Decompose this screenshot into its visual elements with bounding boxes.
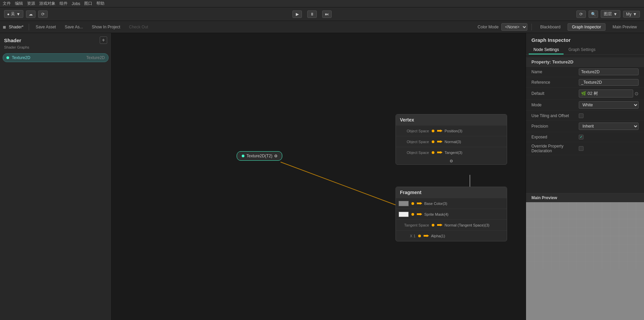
- main-preview-tab-button[interactable]: Main Preview: [608, 23, 641, 31]
- menu-item-jobs[interactable]: Jobs: [72, 1, 80, 6]
- vertex-connector-dot: [396, 158, 507, 164]
- row-name-0: Position(3): [445, 129, 462, 133]
- prop-checkbox-tiling[interactable]: [579, 113, 583, 118]
- color-mode-label: Color Mode: [478, 25, 499, 29]
- graph-inspector-tab-button[interactable]: Graph Inspector: [568, 23, 605, 31]
- layout-chevron: ▼: [633, 12, 637, 17]
- user-button[interactable]: ● 吴 ▼: [4, 10, 23, 18]
- fragment-row-spritemask: Sprite Mask(4): [396, 209, 507, 219]
- row-name-1: Normal(3): [445, 140, 461, 144]
- left-panel-header: Shader +: [0, 33, 111, 45]
- layers-chevron: ▼: [613, 12, 617, 17]
- history-button[interactable]: ⟳: [38, 10, 48, 18]
- prop-input-reference[interactable]: [579, 79, 639, 86]
- graph-settings-tab[interactable]: Graph Settings: [564, 46, 600, 54]
- graph-inspector-title: Graph Inspector: [526, 33, 644, 43]
- save-asset-button[interactable]: Save Asset: [32, 23, 59, 31]
- row-space-label-0: Object Space: [399, 129, 429, 133]
- step-button[interactable]: ⏭: [322, 10, 332, 18]
- shader-item-type: Texture2D: [86, 55, 105, 60]
- texture2d-node[interactable]: Texture2D(T2): [237, 151, 282, 161]
- shader-item-texture2d[interactable]: Texture2D Texture2D: [3, 53, 109, 62]
- frow-connector-0: [411, 202, 414, 205]
- asset-picker-button[interactable]: ⊙: [635, 91, 639, 96]
- row-space-label-1: Object Space: [399, 140, 429, 144]
- row-connector-1: [432, 140, 434, 143]
- titlebar-right: ⟳ 🔍 图层 ▼ My ▼: [576, 10, 640, 18]
- main-preview-canvas: [526, 202, 644, 320]
- menu-item-assets[interactable]: 资源: [27, 1, 35, 6]
- menu-item-component[interactable]: 组件: [59, 1, 68, 6]
- property-title: Property: Texture2D: [526, 57, 644, 67]
- prop-checkbox-override[interactable]: [579, 146, 583, 151]
- node-settings-tab[interactable]: Node Settings: [529, 46, 564, 54]
- prop-label-name: Name: [531, 70, 579, 74]
- prop-row-tiling: Use Tiling and Offset: [526, 111, 644, 121]
- frow-name-2: Normal (Tangent Space)(3): [445, 223, 490, 227]
- node-right-dot: [275, 155, 277, 157]
- prop-label-override: Override Property Declaration: [531, 144, 579, 153]
- play-button[interactable]: ▶: [292, 10, 302, 18]
- node-label: Texture2D(T2): [246, 154, 272, 158]
- cloud-button[interactable]: ☁: [26, 10, 35, 18]
- vertex-node-header: Vertex: [396, 114, 507, 125]
- undo-button[interactable]: ⟳: [576, 10, 586, 18]
- frow-name-1: Sprite Mask(4): [424, 212, 449, 216]
- menu-item-edit[interactable]: 编辑: [15, 1, 23, 6]
- blackboard-tab-button[interactable]: Blackboard: [536, 23, 565, 31]
- prop-label-exposed: Exposed: [531, 135, 579, 139]
- prop-row-default: Default 🌿 02 树 ⊙: [526, 88, 644, 100]
- row-color-box-1: [399, 212, 409, 217]
- fragment-node: Fragment Base Color(3) Sprite Mask(4) Ta…: [396, 187, 507, 241]
- cloud-icon: ☁: [29, 12, 33, 17]
- prop-label-default: Default: [531, 91, 579, 96]
- left-panel-subtitle: Shader Graphs: [0, 45, 111, 52]
- canvas-svg: [112, 33, 526, 320]
- main-layout: Shader + Shader Graphs Texture2D Texture…: [0, 33, 644, 320]
- row-space-label-2: Object Space: [399, 151, 429, 155]
- prop-input-name[interactable]: [579, 69, 639, 75]
- toolbar-divider2: [531, 24, 532, 30]
- arrow-0: [437, 130, 443, 132]
- row-name-2: Tangent(3): [445, 151, 462, 155]
- shader-icon: ◼: [3, 25, 6, 29]
- shader-toolbar: ◼ Shader* Save Asset Save As... Show In …: [0, 21, 644, 33]
- search-button[interactable]: 🔍: [589, 10, 598, 18]
- color-mode-select[interactable]: <None>: [501, 23, 527, 31]
- menu-item-file[interactable]: 文件: [3, 1, 11, 6]
- fragment-row-normal: Tangent Space Normal (Tangent Space)(3): [396, 219, 507, 230]
- prop-checkbox-exposed[interactable]: [579, 135, 583, 139]
- show-in-project-button[interactable]: Show In Project: [88, 23, 124, 31]
- pause-button[interactable]: ⏸: [307, 10, 317, 18]
- frow-name-0: Base Color(3): [424, 202, 447, 206]
- frow-name-3: Alpha(1): [431, 234, 445, 238]
- prop-asset-default[interactable]: 🌿 02 树: [579, 89, 633, 98]
- arrow-1: [437, 140, 443, 143]
- color-mode-section: Color Mode <None> Blackboard Graph Inspe…: [478, 23, 641, 31]
- frow-connector-1: [411, 213, 414, 216]
- prop-row-mode: Mode White: [526, 100, 644, 111]
- frow-connector-2: [432, 224, 434, 226]
- prop-select-precision[interactable]: Inherit: [579, 123, 638, 130]
- menu-bar: 文件 编辑 资源 游戏对象 组件 Jobs 图口 帮助: [0, 0, 644, 7]
- save-as-button[interactable]: Save As...: [61, 23, 87, 31]
- canvas-area[interactable]: Texture2D(T2) Vertex Object Space Positi…: [112, 33, 526, 320]
- menu-item-help[interactable]: 帮助: [96, 1, 104, 6]
- prop-row-name: Name: [526, 67, 644, 77]
- row-connector-2: [432, 151, 434, 154]
- prop-row-exposed: Exposed: [526, 132, 644, 142]
- menu-item-window[interactable]: 图口: [84, 1, 92, 6]
- rpanel-content: Property: Texture2D Name Reference Defau…: [526, 55, 644, 193]
- menu-item-gameobject[interactable]: 游戏对象: [39, 1, 55, 6]
- layout-dropdown[interactable]: My ▼: [623, 11, 640, 18]
- prop-value-name: [579, 69, 639, 75]
- main-preview-section: Main Preview: [526, 193, 644, 320]
- prop-label-precision: Precision: [531, 124, 579, 129]
- history-icon: ⟳: [41, 12, 45, 17]
- prop-select-mode[interactable]: White: [579, 102, 638, 108]
- layers-dropdown[interactable]: 图层 ▼: [601, 10, 620, 18]
- add-shader-button[interactable]: +: [100, 36, 107, 44]
- fragment-row-alpha: X 1 Alpha(1): [396, 230, 507, 241]
- graph-inspector-tabs: Node Settings Graph Settings: [526, 43, 644, 55]
- vertex-node: Vertex Object Space Position(3) Object S…: [396, 114, 507, 165]
